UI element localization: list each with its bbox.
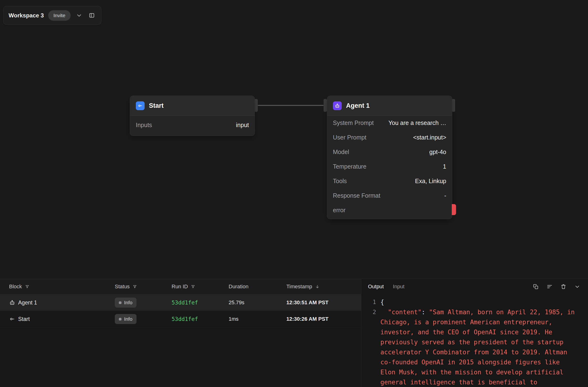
status-cell: Info (115, 314, 171, 324)
column-label: Duration (229, 284, 249, 290)
filter-icon[interactable] (25, 284, 30, 289)
output-panel-header: Output Input (361, 279, 588, 294)
row-label: System Prompt (333, 119, 374, 126)
duration-value: 25.79s (229, 299, 244, 306)
row-value: You are a research … (388, 119, 446, 126)
code-text: { (380, 297, 576, 307)
duration-value: 1ms (229, 316, 239, 322)
timestamp-value: 12:30:26 AM PST (286, 316, 328, 322)
column-label: Run ID (171, 284, 188, 290)
status-badge: Info (115, 314, 136, 324)
status-label: Info (124, 300, 132, 306)
edge-start-to-agent[interactable] (258, 105, 324, 106)
tab-output[interactable]: Output (368, 284, 384, 290)
output-panel-actions (532, 283, 581, 291)
column-label: Status (115, 284, 129, 290)
status-badge: Info (115, 298, 136, 308)
column-label: Timestamp (286, 284, 312, 290)
timestamp-value: 12:30:51 AM PST (286, 299, 328, 306)
column-header-block: Block (0, 284, 115, 290)
row-value: input (236, 122, 249, 129)
start-node[interactable]: Start Inputs input (130, 96, 255, 136)
agent-flow-app: Workspace 3 Invite Start Inputs (0, 0, 588, 387)
key-icon (9, 316, 15, 322)
start-node-title: Start (149, 102, 164, 109)
line-number: 1 (368, 297, 376, 307)
column-header-duration: Duration (229, 284, 286, 290)
run-row-start[interactable]: Start Info 53dd1fef 1ms 12:30:26 AM PST (0, 311, 361, 327)
code-line: 1 { (368, 297, 582, 307)
column-header-timestamp: Timestamp (286, 284, 361, 290)
timestamp-cell: 12:30:51 AM PST (286, 299, 361, 306)
start-output-handle[interactable] (254, 99, 258, 112)
collapse-panel-button[interactable] (573, 283, 581, 291)
bottom-panel: Block Status Run ID Duration Timestamp (0, 279, 588, 387)
row-label: Inputs (136, 122, 152, 129)
sort-desc-icon[interactable] (315, 284, 320, 289)
key-icon (136, 101, 145, 110)
robot-icon (9, 299, 15, 306)
wrap-text-button[interactable] (546, 283, 554, 291)
agent-error-handle[interactable] (452, 204, 456, 215)
code-text: "content": "Sam Altman, born on April 22… (380, 307, 576, 387)
agent-input-handle[interactable] (324, 99, 327, 112)
status-label: Info (124, 316, 132, 322)
block-name: Start (18, 316, 30, 322)
row-value: 1 (443, 163, 446, 170)
row-label: Response Format (333, 192, 380, 199)
tab-input[interactable]: Input (393, 284, 404, 290)
status-dot-icon (119, 301, 122, 304)
status-cell: Info (115, 298, 171, 308)
filter-icon[interactable] (191, 284, 195, 289)
agent-node[interactable]: Agent 1 System Prompt You are a research… (327, 96, 452, 219)
node-row: Inputs input (136, 116, 249, 134)
row-label: User Prompt (333, 134, 366, 141)
row-label: Model (333, 149, 349, 155)
block-cell: Agent 1 (0, 299, 115, 306)
chevron-down-icon (574, 284, 580, 290)
robot-icon (333, 101, 342, 110)
row-value: - (444, 192, 446, 199)
node-row: User Prompt <start.input> (333, 130, 446, 145)
output-panel: Output Input (361, 279, 588, 387)
start-node-header: Start (130, 96, 255, 116)
block-name: Agent 1 (18, 299, 37, 306)
code-indent (380, 309, 388, 316)
start-node-rows: Inputs input (130, 116, 255, 136)
run-row-agent-1[interactable]: Agent 1 Info 53dd1fef 25.79s 12:30:51 AM… (0, 294, 361, 311)
code-punct: { (380, 299, 384, 306)
node-row: Temperature 1 (333, 159, 446, 174)
column-label: Block (9, 284, 22, 290)
code-separator: : (421, 309, 429, 316)
run-id-cell: 53dd1fef (171, 316, 229, 322)
code-string: "Sam Altman, born on April 22, 1985, in … (380, 309, 578, 386)
row-label: error (333, 207, 346, 214)
agent-output-handle[interactable] (452, 99, 455, 112)
runs-table-header: Block Status Run ID Duration Timestamp (0, 279, 361, 294)
node-row: Tools Exa, Linkup (333, 174, 446, 188)
row-label: Temperature (333, 163, 366, 170)
row-label: Tools (333, 178, 347, 185)
column-header-status: Status (115, 284, 171, 290)
agent-node-header: Agent 1 (327, 96, 452, 116)
node-row: error (333, 203, 446, 217)
trash-icon (560, 284, 567, 290)
runs-table: Block Status Run ID Duration Timestamp (0, 279, 361, 387)
copy-icon (533, 284, 539, 290)
delete-button[interactable] (559, 283, 567, 291)
node-row: Response Format - (333, 188, 446, 203)
node-row: System Prompt You are a research … (333, 116, 446, 130)
code-line: 2 "content": "Sam Altman, born on April … (368, 307, 582, 387)
status-dot-icon (119, 318, 122, 320)
output-code-viewer[interactable]: 1 { 2 "content": "Sam Altman, born on Ap… (361, 294, 588, 387)
block-cell: Start (0, 316, 115, 322)
row-value: <start.input> (413, 134, 446, 141)
wrap-text-icon (546, 284, 553, 290)
copy-button[interactable] (532, 283, 540, 291)
filter-icon[interactable] (132, 284, 137, 289)
column-header-run-id: Run ID (171, 284, 229, 290)
duration-cell: 25.79s (229, 299, 286, 306)
code-key: "content" (388, 309, 421, 316)
timestamp-cell: 12:30:26 AM PST (286, 316, 361, 322)
node-row: Model gpt-4o (333, 145, 446, 159)
